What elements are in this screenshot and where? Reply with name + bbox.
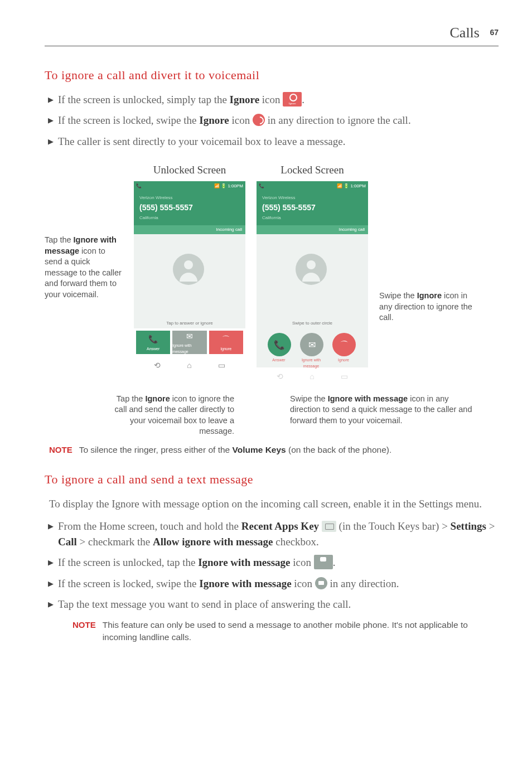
hint-text: Tap to answer or ignore (134, 318, 245, 329)
call-body (257, 234, 368, 318)
back-icon[interactable]: ⟲ (154, 360, 161, 371)
bullet-text: The caller is sent directly to your voic… (58, 134, 345, 149)
page-number: 67 (490, 28, 499, 37)
phone-number: (555) 555-5557 (139, 202, 240, 213)
locked-column: Locked Screen 📞 📶 🔋 1:00PM Verizon Wirel… (257, 162, 368, 386)
left-annotation: Tap the Ignore with message icon to send… (45, 162, 123, 300)
note-text: To silence the ringer, press either of t… (79, 444, 392, 456)
unlocked-column: Unlocked Screen 📞 📶 🔋 1:00PM Verizon Wir… (134, 162, 245, 375)
note-text: This feature can only be used to send a … (103, 619, 499, 643)
nav-bar: ⟲ ⌂ ▭ (257, 367, 368, 385)
avatar-icon (296, 254, 327, 285)
incoming-label: Incoming call (134, 225, 245, 234)
bullet-text: If the screen is locked, swipe the Ignor… (58, 576, 399, 592)
ignore-label: Ignore (330, 357, 357, 363)
note-label: NOTE (49, 444, 72, 456)
ignore-with-message-icon[interactable] (314, 555, 333, 569)
bullet-3: ▶ The caller is sent directly to your vo… (48, 134, 499, 149)
bullet-unlocked-msg: ▶ If the screen is unlocked, tap the Ign… (48, 555, 499, 570)
avatar-icon (173, 254, 204, 285)
message-glyph-icon: ✉ (186, 331, 193, 342)
note-label: NOTE (72, 619, 96, 643)
screenshots-figure: Tap the Ignore with message icon to send… (45, 162, 499, 386)
home-icon[interactable]: ⌂ (187, 360, 191, 371)
incoming-label: Incoming call (257, 225, 368, 234)
phone-icon: 📞 (136, 183, 142, 190)
back-icon: ⟲ (277, 371, 283, 382)
heading-ignore-text: To ignore a call and send a text message (45, 471, 499, 488)
note-landline: NOTE This feature can only be used to se… (72, 619, 499, 643)
status-bar: 📞 📶 🔋 1:00PM (134, 181, 245, 191)
recent-apps-icon[interactable] (322, 521, 336, 532)
call-buttons: 📞Answer ✉Ignore with message ⌒Ignore (134, 328, 245, 356)
bullet-text: From the Home screen, touch and hold the… (58, 519, 499, 549)
recent-icon[interactable]: ▭ (218, 360, 225, 371)
answer-label: Answer (265, 357, 293, 363)
bullet-tap-message: ▶ Tap the text message you want to send … (48, 597, 499, 612)
bullet-text: If the screen is unlocked, simply tap th… (58, 92, 304, 108)
ignore-swipe-icon[interactable] (253, 114, 265, 126)
ignore-with-message-button[interactable]: ✉Ignore with message (172, 331, 206, 354)
status-right: 📶 🔋 1:00PM (337, 183, 366, 190)
bullet-text: Tap the text message you want to send in… (58, 597, 351, 612)
locked-title: Locked Screen (257, 162, 368, 178)
carrier-label: Verizon Wireless (262, 195, 362, 201)
phone-icon: 📞 (259, 183, 264, 190)
answer-swipe[interactable]: 📞 (268, 333, 291, 356)
bullet-marker: ▶ (48, 597, 54, 612)
heading-ignore-voicemail: To ignore a call and divert it to voicem… (45, 66, 499, 84)
hint-text: Swipe to outer circle (257, 318, 368, 329)
bullet-marker: ▶ (48, 519, 54, 549)
ignore-with-message-swipe-icon[interactable] (315, 577, 327, 589)
status-right: 📶 🔋 1:00PM (214, 183, 243, 190)
phone-number: (555) 555-5557 (262, 202, 362, 213)
note-volume: NOTE To silence the ringer, press either… (49, 444, 499, 456)
ignore-button[interactable]: ⌒Ignore (209, 331, 243, 354)
swipe-buttons: 📞 ✉ ⌒ Answer Ignore with message Ignore (257, 328, 368, 367)
caller-location: California (262, 215, 362, 221)
caption-right: Swipe the Ignore with message icon in an… (290, 394, 474, 437)
home-icon: ⌂ (309, 371, 314, 382)
call-body (134, 234, 245, 318)
page-header: Calls 67 (45, 22, 499, 46)
intro-text: To display the Ignore with message optio… (49, 496, 499, 512)
bullet-2: ▶ If the screen is locked, swipe the Ign… (48, 113, 499, 128)
bullet-marker: ▶ (48, 576, 54, 592)
figure-captions: Tap the Ignore icon to ignore the call a… (45, 389, 499, 437)
bullet-marker: ▶ (48, 555, 54, 570)
phone-glyph-icon: 📞 (148, 333, 158, 345)
caller-info: Verizon Wireless (555) 555-5557 Californ… (134, 191, 245, 225)
caller-location: California (139, 215, 240, 221)
bullet-marker: ▶ (48, 134, 54, 149)
unlocked-title: Unlocked Screen (134, 162, 245, 178)
bullet-settings: ▶ From the Home screen, touch and hold t… (48, 519, 499, 549)
bullet-marker: ▶ (48, 113, 54, 128)
ignore-msg-swipe[interactable]: ✉ (300, 333, 323, 356)
bullet-1: ▶ If the screen is unlocked, simply tap … (48, 92, 499, 108)
recent-icon: ▭ (341, 371, 348, 382)
bullet-text: If the screen is locked, swipe the Ignor… (58, 113, 411, 128)
hangup-glyph-icon: ⌒ (222, 333, 230, 345)
phone-locked: 📞 📶 🔋 1:00PM Verizon Wireless (555) 555-… (257, 181, 368, 386)
right-annotation: Swipe the Ignore icon in any direction t… (379, 162, 474, 323)
caption-left: Tap the Ignore icon to ignore the call a… (112, 394, 234, 437)
carrier-label: Verizon Wireless (139, 195, 240, 201)
bullet-text: If the screen is unlocked, tap the Ignor… (58, 555, 335, 570)
caller-info: Verizon Wireless (555) 555-5557 Californ… (257, 191, 368, 225)
doc-section: Calls (450, 25, 480, 41)
nav-bar: ⟲ ⌂ ▭ (134, 356, 245, 374)
ignore-swipe[interactable]: ⌒ (332, 333, 356, 356)
ignore-icon[interactable] (283, 92, 302, 106)
answer-button[interactable]: 📞Answer (136, 331, 170, 354)
bullet-locked-msg: ▶ If the screen is locked, swipe the Ign… (48, 576, 499, 592)
status-bar: 📞 📶 🔋 1:00PM (257, 181, 368, 191)
phone-unlocked: 📞 📶 🔋 1:00PM Verizon Wireless (555) 555-… (134, 181, 245, 375)
bullet-marker: ▶ (48, 92, 54, 108)
